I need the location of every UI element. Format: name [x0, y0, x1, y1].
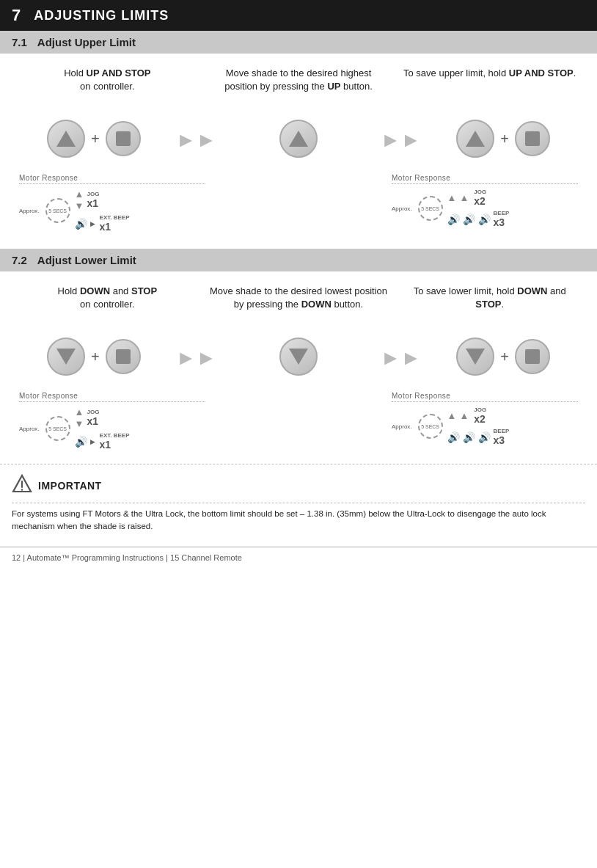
arrow-71-2: ►► [381, 128, 421, 152]
motor-label-71-right: Motor Response [392, 174, 578, 184]
motor-block-71-left: Motor Response Approx. 5 SECS ▲ ▼ JOG x1 [19, 174, 205, 233]
btn-group-71-1: + [47, 120, 141, 158]
subsection-header-71: 7.1 Adjust Upper Limit [0, 31, 597, 54]
motor-row-beep-71-left: 🔊 ▶ EXT. BEEP x1 [75, 214, 130, 233]
warning-triangle-icon [12, 473, 32, 494]
page-header: 7 ADJUSTING LIMITS [0, 0, 597, 31]
plus-sign-71-1: + [91, 131, 100, 147]
btn-group-col-71-2 [216, 120, 381, 161]
stop-button-72-3[interactable] [515, 339, 550, 374]
down-button-72-1[interactable] [47, 338, 85, 376]
motor-row-beep-72-right: 🔊 🔊 🔊 BEEP x3 [447, 428, 510, 446]
up-button-71-2[interactable] [279, 120, 318, 158]
secs-label-72-left: 5 SECS [48, 426, 67, 431]
plus-sign-71-3: + [500, 131, 509, 147]
speaker-icon-72-left: 🔊 [75, 436, 87, 448]
motor-icons-71-left: ▲ ▼ JOG x1 🔊 ▶ EXT. BEEP x1 [75, 189, 130, 233]
motor-spacer-71 [205, 174, 392, 233]
step-col-72-2: Move shade to the desired lowest positio… [203, 285, 395, 330]
down-button-72-3[interactable] [456, 338, 494, 376]
secs-label-71-left: 5 SECS [48, 208, 67, 214]
approx-label-72-right: Approx. [392, 423, 412, 430]
motor-row-jog-72-right: ▲ ▲ JOG x2 [447, 406, 510, 425]
triangle-up-icon-71-3 [466, 131, 485, 147]
btn-group-72-3: + [456, 338, 550, 376]
important-section: IMPORTANT For systems using FT Motors & … [0, 464, 597, 541]
arrow-72-1: ►► [176, 346, 216, 370]
jog-icon-71-right: ▲ [447, 192, 457, 203]
motor-row-jog-71-right: ▲ ▲ JOG x2 [447, 189, 510, 207]
motor-content-72-right: Approx. 5 SECS ▲ ▲ JOG x2 [392, 406, 578, 446]
stop-icon-72-1 [116, 349, 131, 364]
step-col-71-3: To save upper limit, hold UP AND STOP. [394, 67, 585, 112]
up-button-71-1[interactable] [47, 120, 85, 158]
plus-sign-72-1: + [91, 349, 100, 365]
motor-content-72-left: Approx. 5 SECS ▲ ▼ JOG x1 [19, 406, 205, 451]
btn-group-col-71-3: + [421, 120, 585, 161]
approx-circle-72-left: 5 SECS [45, 416, 70, 441]
step-desc-71-3: To save upper limit, hold UP AND STOP. [403, 67, 576, 102]
down-button-72-2[interactable] [279, 338, 318, 376]
stop-icon-71-3 [525, 131, 540, 146]
stop-icon-72-3 [525, 349, 540, 364]
jog-text-71-left: JOG [87, 191, 99, 197]
motor-block-72-right: Motor Response Approx. 5 SECS ▲ ▲ [392, 392, 578, 451]
motor-label-71-left: Motor Response [19, 174, 205, 184]
jog-count-72-left: x1 [87, 415, 98, 427]
approx-circle-71-right: 5 SECS [418, 196, 443, 221]
subsection-title-71: Adjust Upper Limit [37, 36, 136, 48]
jog-count-72-right: x2 [474, 413, 486, 425]
speaker-icon2-71-right: 🔊 [463, 214, 475, 225]
btn-group-71-2 [279, 120, 318, 158]
step-desc-72-2: Move shade to the desired lowest positio… [209, 285, 389, 320]
btn-group-72-2 [279, 338, 318, 376]
motor-content-71-left: Approx. 5 SECS ▲ ▼ JOG x1 [19, 189, 205, 233]
jog-icon-72-right: ▲ [447, 410, 457, 421]
stop-icon-71-1 [116, 131, 131, 146]
beep-count-group-72-right: BEEP x3 [494, 428, 510, 446]
step-desc-72-1: Hold DOWN and STOPon controller. [58, 285, 158, 320]
subsection-title-72: Adjust Lower Limit [37, 254, 136, 266]
arrow-beep-71-left: ▶ [90, 220, 95, 227]
warning-icon [12, 473, 32, 498]
up-button-71-3[interactable] [456, 120, 494, 158]
btn-group-72-1: + [47, 338, 141, 376]
step-col-71-1: Hold UP AND STOPon controller. [12, 67, 203, 112]
triangle-down-icon-72-2 [289, 349, 308, 365]
motor-row-jog-72-left: ▲ ▼ JOG x1 [75, 406, 130, 429]
important-title: IMPORTANT [38, 480, 102, 492]
step-desc-72-3: To save lower limit, hold DOWN and STOP. [400, 285, 579, 320]
step-desc-71-2: Move shade to the desired highest positi… [209, 67, 389, 102]
motor-block-72-left: Motor Response Approx. 5 SECS ▲ ▼ JOG x1 [19, 392, 205, 451]
important-text: For systems using FT Motors & the Ultra … [12, 503, 585, 533]
step-col-72-1: Hold DOWN and STOPon controller. [12, 285, 203, 330]
stop-button-72-1[interactable] [106, 339, 141, 374]
steps-desc-row-71: Hold UP AND STOPon controller. Move shad… [12, 67, 585, 112]
beep-count-72-right: x3 [494, 434, 505, 446]
jog-count-71-right: x2 [474, 195, 486, 207]
triangle-down-icon-72-3 [466, 349, 485, 365]
subsection-number-71: 7.1 [12, 36, 27, 48]
arrow-beep-72-left: ▶ [90, 438, 95, 445]
motor-response-row-72: Motor Response Approx. 5 SECS ▲ ▼ JOG x1 [12, 392, 585, 451]
beep-count-group-72-left: EXT. BEEP x1 [100, 432, 130, 451]
btn-group-col-72-2 [216, 338, 381, 379]
subsection-number-72: 7.2 [12, 254, 27, 266]
motor-row-beep-72-left: 🔊 ▶ EXT. BEEP x1 [75, 432, 130, 451]
stop-button-71-1[interactable] [106, 121, 141, 156]
speaker-icon1-71-right: 🔊 [447, 214, 460, 225]
beep-count-group-71-right: BEEP x3 [494, 210, 510, 228]
subsection-header-72: 7.2 Adjust Lower Limit [0, 249, 597, 271]
step-col-72-3: To save lower limit, hold DOWN and STOP. [394, 285, 585, 330]
beep-count-71-left: x1 [100, 221, 111, 233]
approx-label-71-right: Approx. [392, 205, 412, 212]
stop-button-71-3[interactable] [515, 121, 550, 156]
motor-row-jog-71-left: ▲ ▼ JOG x1 [75, 189, 130, 211]
speaker-icon3-72-right: 🔊 [478, 431, 491, 443]
motor-response-row-71: Motor Response Approx. 5 SECS ▲ ▼ JOG x1 [12, 174, 585, 233]
approx-label-71-left: Approx. [19, 208, 40, 214]
section-number: 7 [12, 6, 21, 25]
steps-btns-row-71: + ►► ►► [12, 120, 585, 161]
approx-circle-71-left: 5 SECS [45, 198, 70, 223]
motor-icons-72-right: ▲ ▲ JOG x2 🔊 🔊 🔊 [447, 406, 510, 446]
